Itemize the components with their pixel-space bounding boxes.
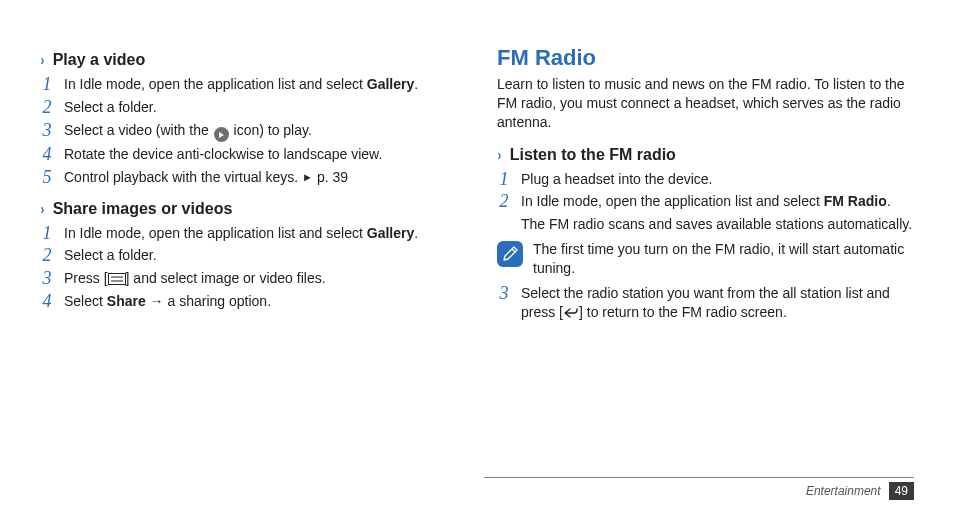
step-item: 1 In Idle mode, open the application lis… xyxy=(40,75,457,95)
step-item: 1 Plug a headset into the device. xyxy=(497,170,914,190)
step-item: 2 Select a folder. xyxy=(40,98,457,118)
step-text: Select a folder. xyxy=(64,98,457,117)
step-number: 1 xyxy=(40,224,54,244)
reference-arrow-icon: ► xyxy=(302,171,313,183)
step-number: 5 xyxy=(40,168,54,188)
step-item: 1 In Idle mode, open the application lis… xyxy=(40,224,457,244)
step-number: 2 xyxy=(497,192,511,212)
step-text: In Idle mode, open the application list … xyxy=(64,224,457,243)
step-number: 1 xyxy=(40,75,54,95)
step-text: Select a video (with the icon) to play. xyxy=(64,121,457,143)
note-text: The first time you turn on the FM radio,… xyxy=(533,240,914,278)
step-item: 3 Press [] and select image or video fil… xyxy=(40,269,457,289)
svg-rect-0 xyxy=(108,274,125,285)
step-text: Select Share → a sharing option. xyxy=(64,292,457,311)
step-text: Rotate the device anti-clockwise to land… xyxy=(64,145,457,164)
step-item: 4 Rotate the device anti-clockwise to la… xyxy=(40,145,457,165)
page-footer: Entertainment 49 xyxy=(806,482,914,500)
steps-list: 1 In Idle mode, open the application lis… xyxy=(40,75,457,188)
section-intro: Learn to listen to music and news on the… xyxy=(497,75,914,132)
step-text: Control playback with the virtual keys. … xyxy=(64,168,457,187)
step-number: 1 xyxy=(497,170,511,190)
step-text: Press [] and select image or video files… xyxy=(64,269,457,288)
menu-key-icon xyxy=(108,273,126,285)
step-number: 2 xyxy=(40,98,54,118)
step-item: 2 Select a folder. xyxy=(40,246,457,266)
step-item: 2 In Idle mode, open the application lis… xyxy=(497,192,914,234)
chevron-right-icon: › xyxy=(40,52,44,68)
step-text: In Idle mode, open the application list … xyxy=(521,192,914,234)
subsection-heading: › Share images or videos xyxy=(40,200,457,218)
step-number: 2 xyxy=(40,246,54,266)
steps-list: 1 In Idle mode, open the application lis… xyxy=(40,224,457,312)
chevron-right-icon: › xyxy=(497,147,501,163)
step-item: 4 Select Share → a sharing option. xyxy=(40,292,457,312)
note-icon xyxy=(497,241,523,267)
step-text: In Idle mode, open the application list … xyxy=(64,75,457,94)
step-text: Plug a headset into the device. xyxy=(521,170,914,189)
step-text: Select the radio station you want from t… xyxy=(521,284,914,322)
step-number: 3 xyxy=(497,284,511,304)
step-number: 3 xyxy=(40,121,54,141)
step-number: 4 xyxy=(40,145,54,165)
svg-line-3 xyxy=(512,249,515,252)
chevron-right-icon: › xyxy=(40,201,44,217)
subsection-title: Share images or videos xyxy=(53,200,233,218)
subsection-heading: › Listen to the FM radio xyxy=(497,146,914,164)
step-item: 5 Control playback with the virtual keys… xyxy=(40,168,457,188)
info-note: The first time you turn on the FM radio,… xyxy=(497,240,914,278)
footer-category: Entertainment xyxy=(806,484,881,498)
footer-page-number: 49 xyxy=(889,482,914,500)
subsection-heading: › Play a video xyxy=(40,51,457,69)
subsection-title: Play a video xyxy=(53,51,146,69)
section-heading: FM Radio xyxy=(497,45,914,71)
back-key-icon xyxy=(563,307,579,319)
step-item: 3 Select the radio station you want from… xyxy=(497,284,914,322)
steps-list: 1 Plug a headset into the device. 2 In I… xyxy=(497,170,914,322)
step-item: 3 Select a video (with the icon) to play… xyxy=(40,121,457,143)
step-text: Select a folder. xyxy=(64,246,457,265)
subsection-title: Listen to the FM radio xyxy=(510,146,676,164)
step-number: 3 xyxy=(40,269,54,289)
step-number: 4 xyxy=(40,292,54,312)
play-icon xyxy=(214,127,229,142)
